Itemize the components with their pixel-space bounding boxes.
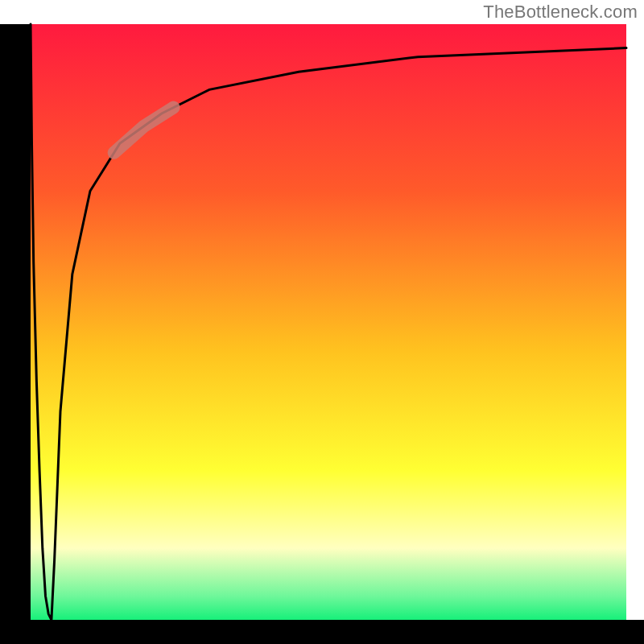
chart-svg: [0, 0, 644, 644]
x-axis-band: [0, 620, 644, 644]
watermark-text: TheBottleneck.com: [483, 2, 638, 23]
y-axis-band: [0, 24, 31, 620]
plot-area: [31, 24, 626, 620]
chart-container: TheBottleneck.com: [0, 0, 644, 644]
